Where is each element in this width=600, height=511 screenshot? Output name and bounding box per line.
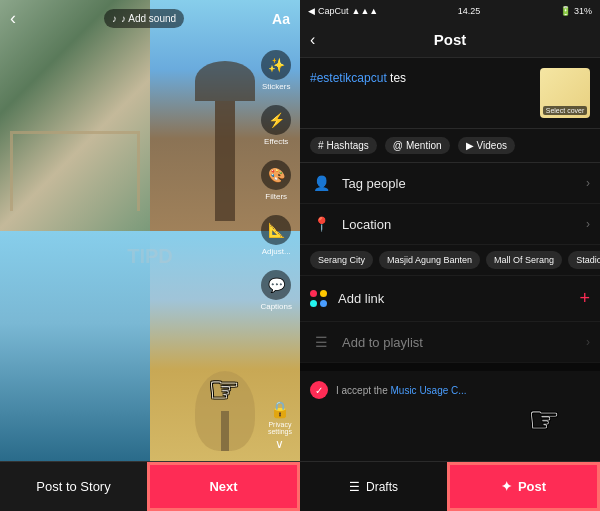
post-to-story-button[interactable]: Post to Story [0, 462, 147, 511]
post-star-icon: ✦ [501, 479, 512, 494]
wifi-icon: ▲▲▲ [352, 6, 379, 16]
location-pill-3[interactable]: Mall Of Serang [486, 251, 562, 269]
captions-icon: 💬 [261, 270, 291, 300]
video-cell-3 [0, 231, 150, 462]
caption-area: #estetikcapcut tes Select cover [300, 58, 600, 129]
add-link-row[interactable]: Add link + [300, 276, 600, 322]
music-usage-link[interactable]: Music Usage C... [390, 385, 466, 396]
back-arrow-status: ◀ [308, 6, 315, 16]
videos-chip[interactable]: ▶ Videos [458, 137, 515, 154]
cover-thumbnail[interactable]: Select cover [540, 68, 590, 118]
captions-label: Captions [260, 302, 292, 311]
caption-hashtag: #estetikcapcut [310, 71, 387, 85]
add-sound-label: ♪ Add sound [121, 13, 176, 24]
adjust-label: Adjust... [262, 247, 291, 256]
next-button[interactable]: Next [147, 462, 300, 511]
tag-people-label: Tag people [342, 176, 586, 191]
drafts-icon: ☰ [349, 480, 360, 494]
video-grid [0, 0, 300, 461]
videos-icon: ▶ [466, 140, 474, 151]
location-icon: 📍 [310, 216, 332, 232]
post-to-story-label: Post to Story [36, 479, 110, 494]
captions-tool[interactable]: 💬 Captions [260, 270, 292, 311]
add-to-playlist-item[interactable]: ☰ Add to playlist › [300, 322, 600, 363]
filters-tool[interactable]: 🎨 Filters [260, 160, 292, 201]
status-bar: ◀ CapCut ▲▲▲ 14.25 🔋 31% [300, 0, 600, 22]
adjust-tool[interactable]: 📐 Adjust... [260, 215, 292, 256]
tag-people-chevron-icon: › [586, 176, 590, 190]
right-bottom-bar: ☰ Drafts ✦ Post [300, 461, 600, 511]
effects-label: Effects [264, 137, 288, 146]
mention-icon: @ [393, 140, 403, 151]
status-left: ◀ CapCut ▲▲▲ [308, 6, 378, 16]
left-panel: ‹ ♪ ♪ Add sound Aa ✨ Stickers ⚡ Effects … [0, 0, 300, 511]
stickers-tool[interactable]: ✨ Stickers [260, 50, 292, 91]
caption-display: #estetikcapcut tes [310, 71, 406, 85]
music-acceptance-text: I accept the Music Usage C... [336, 385, 467, 396]
battery-icon: 🔋 [560, 6, 571, 16]
filters-icon: 🎨 [261, 160, 291, 190]
mention-label: Mention [406, 140, 442, 151]
privacy-overlay[interactable]: 🔒 Privacysettings ∨ [268, 400, 292, 451]
add-sound-button[interactable]: ♪ ♪ Add sound [104, 9, 184, 28]
left-bottom-bar: Post to Story Next [0, 461, 300, 511]
text-tool-button[interactable]: Aa [272, 11, 290, 27]
lock-icon: 🔒 [270, 400, 290, 419]
check-icon: ✓ [310, 381, 328, 399]
location-pill-2[interactable]: Masjid Agung Banten [379, 251, 480, 269]
left-top-bar: ‹ ♪ ♪ Add sound Aa [0, 8, 300, 29]
hashtags-chip[interactable]: # Hashtags [310, 137, 377, 154]
status-right: 🔋 31% [560, 6, 592, 16]
drafts-label: Drafts [366, 480, 398, 494]
location-chevron-icon: › [586, 217, 590, 231]
drafts-button[interactable]: ☰ Drafts [300, 462, 447, 511]
effects-icon: ⚡ [261, 105, 291, 135]
caption-input[interactable]: #estetikcapcut tes [310, 68, 530, 118]
person-icon: 👤 [310, 175, 332, 191]
playlist-chevron-icon: › [586, 335, 590, 349]
location-pills: Serang City Masjid Agung Banten Mall Of … [300, 245, 600, 276]
mention-chip[interactable]: @ Mention [385, 137, 450, 154]
music-text-static: I accept the [336, 385, 390, 396]
hashtags-label: Hashtags [327, 140, 369, 151]
adjust-icon: 📐 [261, 215, 291, 245]
post-label: Post [518, 479, 546, 494]
location-item[interactable]: 📍 Location › [300, 204, 600, 245]
status-time: 14.25 [458, 6, 481, 16]
chevron-down-icon: ∨ [275, 437, 284, 451]
add-link-label: Add link [338, 291, 579, 306]
left-back-button[interactable]: ‹ [10, 8, 16, 29]
add-link-icon [310, 290, 328, 308]
tag-people-item[interactable]: 👤 Tag people › [300, 163, 600, 204]
stickers-icon: ✨ [261, 50, 291, 80]
add-to-playlist-label: Add to playlist [342, 335, 586, 350]
right-tools: ✨ Stickers ⚡ Effects 🎨 Filters 📐 Adjust.… [260, 50, 292, 311]
location-pill-1[interactable]: Serang City [310, 251, 373, 269]
hashtag-icon: # [318, 140, 324, 151]
add-link-plus-icon: + [579, 288, 590, 309]
playlist-icon: ☰ [310, 334, 332, 350]
location-label: Location [342, 217, 586, 232]
caption-text-content: tes [387, 71, 406, 85]
videos-label: Videos [477, 140, 507, 151]
next-label: Next [209, 479, 237, 494]
select-cover-label: Select cover [543, 106, 588, 115]
music-acceptance-row: ✓ I accept the Music Usage C... [300, 371, 600, 409]
location-pill-4[interactable]: Stadion Bante... [568, 251, 600, 269]
battery-level: 31% [574, 6, 592, 16]
filters-label: Filters [265, 192, 287, 201]
app-name-status: CapCut [318, 6, 349, 16]
effects-tool[interactable]: ⚡ Effects [260, 105, 292, 146]
right-header: ‹ Post [300, 22, 600, 58]
stickers-label: Stickers [262, 82, 290, 91]
tags-row: # Hashtags @ Mention ▶ Videos [300, 129, 600, 163]
video-cell-1 [0, 0, 150, 231]
privacy-label: Privacysettings [268, 421, 292, 435]
post-button[interactable]: ✦ Post [447, 462, 600, 511]
post-page-title: Post [434, 31, 467, 48]
divider [300, 363, 600, 371]
right-panel: ◀ CapCut ▲▲▲ 14.25 🔋 31% ‹ Post #estetik… [300, 0, 600, 511]
right-content: #estetikcapcut tes Select cover # Hashta… [300, 58, 600, 461]
right-back-button[interactable]: ‹ [310, 31, 315, 49]
music-icon: ♪ [112, 13, 117, 24]
